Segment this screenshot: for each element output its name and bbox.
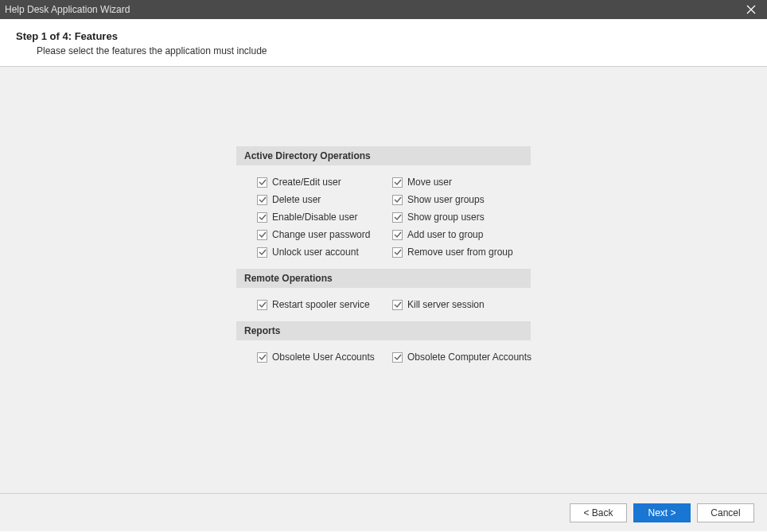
check-icon xyxy=(394,301,402,309)
checkbox-remove-user-from-group[interactable]: Remove user from group xyxy=(392,247,528,258)
check-icon xyxy=(394,178,402,186)
checkbox-box[interactable] xyxy=(257,195,267,205)
checkbox-show-user-groups[interactable]: Show user groups xyxy=(392,194,528,205)
checkbox-restart-spooler[interactable]: Restart spooler service xyxy=(257,299,392,310)
checkbox-box[interactable] xyxy=(257,352,267,363)
ad-checkbox-grid: Create/Edit user Move user Delete user S… xyxy=(236,165,531,269)
checkbox-show-group-users[interactable]: Show group users xyxy=(392,212,528,223)
back-button[interactable]: < Back xyxy=(570,503,627,522)
checkbox-box[interactable] xyxy=(392,247,403,258)
window-title: Help Desk Application Wizard xyxy=(5,4,735,15)
close-button[interactable] xyxy=(735,0,767,19)
checkbox-unlock-account[interactable]: Unlock user account xyxy=(257,247,392,258)
checkbox-box[interactable] xyxy=(257,212,267,223)
checkbox-label: Remove user from group xyxy=(407,247,513,258)
checkbox-kill-server-session[interactable]: Kill server session xyxy=(392,299,528,310)
checkbox-change-password[interactable]: Change user password xyxy=(257,229,392,240)
check-icon xyxy=(259,301,267,309)
check-icon xyxy=(394,196,402,204)
check-icon xyxy=(394,248,402,256)
next-button[interactable]: Next > xyxy=(633,503,691,522)
checkbox-label: Show user groups xyxy=(407,194,485,205)
checkbox-label: Change user password xyxy=(272,229,370,240)
checkbox-label: Obsolete Computer Accounts xyxy=(407,351,531,363)
step-subtitle: Please select the features the applicati… xyxy=(16,45,751,56)
checkbox-box[interactable] xyxy=(257,177,267,188)
checkbox-box[interactable] xyxy=(257,230,267,240)
section-header-reports: Reports xyxy=(236,321,531,340)
checkbox-label: Delete user xyxy=(272,194,321,205)
checkbox-label: Create/Edit user xyxy=(272,177,341,188)
check-icon xyxy=(394,353,402,361)
checkbox-box[interactable] xyxy=(392,212,403,223)
checkbox-obsolete-user-accounts[interactable]: Obsolete User Accounts xyxy=(257,351,392,363)
check-icon xyxy=(394,231,402,239)
checkbox-label: Obsolete User Accounts xyxy=(272,351,375,363)
cancel-button[interactable]: Cancel xyxy=(697,503,754,522)
checkbox-box[interactable] xyxy=(257,247,267,258)
checkbox-box[interactable] xyxy=(257,300,267,310)
check-icon xyxy=(259,248,267,256)
checkbox-label: Add user to group xyxy=(407,229,483,240)
checkbox-add-user-to-group[interactable]: Add user to group xyxy=(392,229,528,240)
checkbox-label: Show group users xyxy=(407,212,485,223)
checkbox-box[interactable] xyxy=(392,352,403,363)
section-header-remote: Remote Operations xyxy=(236,269,531,288)
remote-checkbox-grid: Restart spooler service Kill server sess… xyxy=(236,288,531,321)
checkbox-create-edit-user[interactable]: Create/Edit user xyxy=(257,177,392,188)
wizard-footer: < Back Next > Cancel xyxy=(0,493,767,531)
check-icon xyxy=(394,213,402,221)
step-title: Step 1 of 4: Features xyxy=(16,30,751,42)
check-icon xyxy=(259,353,267,361)
checkbox-label: Move user xyxy=(407,177,452,188)
reports-checkbox-grid: Obsolete User Accounts Obsolete Computer… xyxy=(236,340,531,374)
checkbox-box[interactable] xyxy=(392,230,403,240)
close-icon xyxy=(746,5,756,14)
wizard-header: Step 1 of 4: Features Please select the … xyxy=(0,19,767,67)
checkbox-move-user[interactable]: Move user xyxy=(392,177,528,188)
checkbox-delete-user[interactable]: Delete user xyxy=(257,194,392,205)
checkbox-enable-disable-user[interactable]: Enable/Disable user xyxy=(257,212,392,223)
section-header-ad: Active Directory Operations xyxy=(236,146,531,165)
check-icon xyxy=(259,231,267,239)
checkbox-label: Kill server session xyxy=(407,299,485,310)
titlebar: Help Desk Application Wizard xyxy=(0,0,767,19)
check-icon xyxy=(259,213,267,221)
checkbox-label: Enable/Disable user xyxy=(272,212,357,223)
checkbox-box[interactable] xyxy=(392,195,403,205)
feature-panel: Active Directory Operations Create/Edit … xyxy=(236,146,531,493)
check-icon xyxy=(259,178,267,186)
check-icon xyxy=(259,196,267,204)
content-area: Active Directory Operations Create/Edit … xyxy=(0,67,767,493)
checkbox-box[interactable] xyxy=(392,300,403,310)
checkbox-label: Restart spooler service xyxy=(272,299,370,310)
checkbox-box[interactable] xyxy=(392,177,403,188)
checkbox-label: Unlock user account xyxy=(272,247,359,258)
checkbox-obsolete-computer-accounts[interactable]: Obsolete Computer Accounts xyxy=(392,351,528,363)
